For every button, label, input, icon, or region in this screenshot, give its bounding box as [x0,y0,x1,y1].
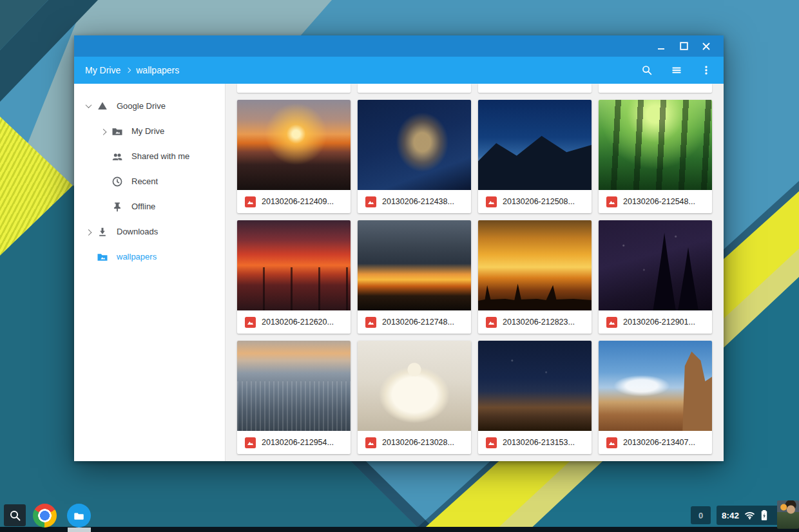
sidebar-item-offline[interactable]: Offline [74,194,225,219]
file-name: 20130206-212620... [262,318,334,327]
window-content: Google Drive My Drive Shared with me Rec… [74,84,724,461]
minimize-button[interactable] [653,39,669,54]
notification-counter[interactable]: 0 [691,506,711,524]
maximize-button[interactable] [675,39,692,54]
sidebar-item-my-drive[interactable]: My Drive [74,119,225,144]
file-name: 20130206-212748... [382,318,454,327]
file-card[interactable]: 20130206-212620... [237,220,351,334]
sidebar-item-label: My Drive [131,126,164,136]
close-button[interactable] [698,39,715,54]
download-icon [96,226,109,238]
file-card[interactable]: 20130206-212438... [358,100,471,213]
file-thumbnail [237,341,351,431]
image-file-icon [245,196,256,207]
breadcrumb-chevron-icon [126,68,131,73]
file-card[interactable]: 20130206-213153... [478,341,592,454]
files-app-window: My Drive wallpapers [74,35,724,461]
chevron-right-icon [81,229,96,234]
image-file-icon [245,437,256,448]
card-bottom-partial[interactable] [478,84,592,93]
drive-icon [96,100,109,112]
card-bottom-partial[interactable] [237,84,351,93]
more-vertical-icon [700,64,712,76]
file-card-label: 20130206-212438... [358,190,471,213]
file-name: 20130206-212901... [623,318,695,327]
more-menu-button[interactable] [700,64,712,76]
view-list-icon [671,64,682,76]
file-card[interactable]: 20130206-212823... [478,220,592,334]
image-file-icon [606,196,617,207]
file-thumbnail [478,220,592,310]
notification-count: 0 [698,511,703,520]
file-thumbnail [599,100,712,190]
image-file-icon [486,317,497,328]
minimize-icon [657,43,665,50]
file-card[interactable]: 20130206-212954... [237,341,351,454]
image-file-icon [365,317,376,328]
search-button[interactable] [641,64,653,76]
sidebar-item-shared-with-me[interactable]: Shared with me [74,144,225,169]
launcher-button[interactable] [4,504,26,526]
partial-row [237,84,712,93]
file-cards: 20130206-212409... 20130206-212438... [237,100,712,454]
file-thumbnail [237,220,351,310]
file-card[interactable]: 20130206-213407... [599,341,712,454]
sidebar-item-google-drive[interactable]: Google Drive [74,93,225,119]
sidebar-item-label: Downloads [117,227,158,236]
folder-icon [111,126,124,137]
search-icon [641,64,653,76]
sidebar-item-label: Recent [131,176,158,186]
file-card[interactable]: 20130206-212548... [599,100,712,213]
file-card-label: 20130206-212901... [599,310,712,334]
file-card-label: 20130206-213407... [599,431,712,454]
file-name: 20130206-213028... [382,438,454,447]
breadcrumb: My Drive wallpapers [85,65,179,75]
file-thumbnail [358,341,471,431]
chrome-app-icon[interactable] [33,504,57,527]
folder-blue-icon [96,251,109,263]
file-card-label: 20130206-212548... [599,190,712,213]
image-file-icon [486,437,497,448]
file-name: 20130206-212954... [262,438,334,447]
maximize-icon [680,42,688,50]
pin-icon [111,201,124,213]
card-bottom-partial[interactable] [358,84,471,93]
breadcrumb-root[interactable]: My Drive [85,65,120,75]
file-name: 20130206-212409... [262,197,334,206]
file-card[interactable]: 20130206-212508... [478,100,592,213]
file-name: 20130206-213153... [503,438,575,447]
card-bottom-partial[interactable] [599,84,712,93]
toolbar: My Drive wallpapers [74,57,724,84]
file-card[interactable]: 20130206-212901... [599,220,712,334]
file-card[interactable]: 20130206-212409... [237,100,351,213]
sidebar-item-label: wallpapers [117,252,157,261]
view-list-button[interactable] [671,64,682,76]
sidebar-item-wallpapers[interactable]: wallpapers [74,244,225,269]
sidebar-item-downloads[interactable]: Downloads [74,219,225,244]
image-file-icon [606,317,617,328]
titlebar [74,35,724,57]
file-name: 20130206-212508... [503,197,575,206]
user-avatar[interactable] [777,500,799,529]
file-name: 20130206-212548... [623,197,695,206]
file-card[interactable]: 20130206-213028... [358,341,471,454]
file-thumbnail [599,341,712,431]
image-file-icon [365,196,376,207]
chevron-right-icon [95,129,111,133]
sidebar-item-recent[interactable]: Recent [74,169,225,194]
wallpaper-bottom-edge [0,527,799,532]
launcher-search-icon [9,509,21,522]
file-thumbnail [358,100,471,190]
file-card-label: 20130206-212409... [237,190,351,213]
file-card-label: 20130206-212823... [478,310,592,334]
clock: 8:42 [722,511,739,520]
files-app-icon[interactable] [67,504,91,527]
clock-icon [111,176,124,187]
file-card-label: 20130206-213153... [478,431,592,454]
image-file-icon [245,317,256,328]
image-file-icon [606,437,617,448]
breadcrumb-current[interactable]: wallpapers [136,65,179,75]
sidebar: Google Drive My Drive Shared with me Rec… [74,84,226,461]
file-card[interactable]: 20130206-212748... [358,220,471,334]
image-file-icon [365,437,376,448]
